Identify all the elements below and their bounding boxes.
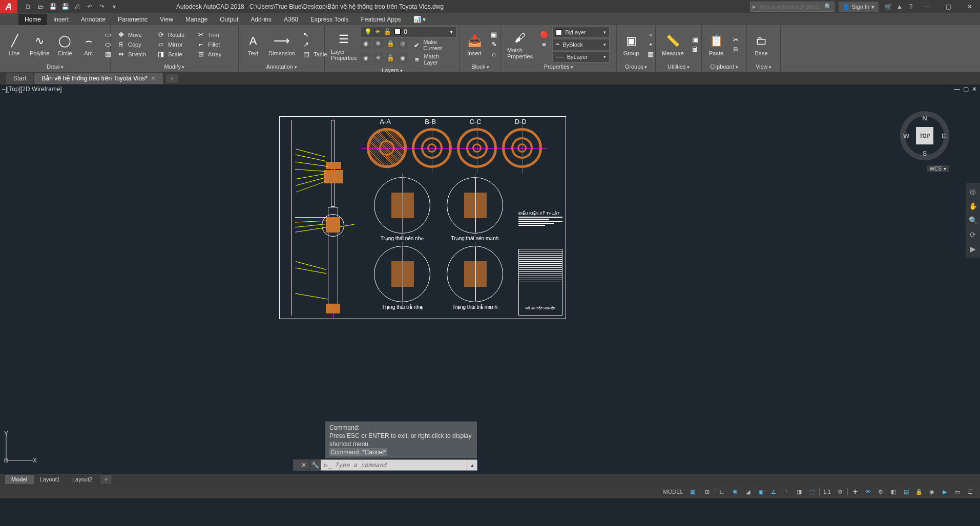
- cmdline-config-icon[interactable]: 🔧: [309, 459, 321, 471]
- qat-undo-icon[interactable]: ↶: [84, 1, 95, 12]
- vp-close-icon[interactable]: ✕: [972, 86, 977, 93]
- status-osnap-icon[interactable]: ▣: [755, 486, 766, 497]
- array-button[interactable]: ⊞Array: [194, 50, 233, 59]
- color-combo[interactable]: ByLayer: [552, 27, 610, 38]
- add-file-tab-button[interactable]: +: [166, 74, 178, 83]
- rotate-button[interactable]: ⟳Rotate: [154, 30, 193, 39]
- status-snap-icon[interactable]: ⊞: [702, 486, 713, 497]
- window-maximize-button[interactable]: ▢: [938, 0, 958, 13]
- arc-button[interactable]: ⌢Arc: [77, 32, 100, 57]
- window-close-button[interactable]: ✕: [960, 0, 980, 13]
- status-lockui-icon[interactable]: 🔒: [913, 486, 925, 497]
- viewcube-n[interactable]: N: [922, 114, 927, 122]
- vp-maximize-icon[interactable]: ▢: [963, 86, 969, 93]
- fillet-button[interactable]: ⌐Fillet: [194, 40, 233, 49]
- stay-connected-icon[interactable]: ▲: [894, 1, 905, 12]
- ribbon-tab-parametric[interactable]: Parametric: [112, 14, 154, 25]
- ribbon-tab-annotate[interactable]: Annotate: [75, 14, 112, 25]
- trim-button[interactable]: ✂Trim: [194, 30, 233, 39]
- status-otrack-icon[interactable]: ∠: [768, 486, 779, 497]
- ribbon-tab-view[interactable]: View: [154, 14, 179, 25]
- status-ortho-icon[interactable]: ∟: [717, 486, 728, 497]
- nav-showmotion-icon[interactable]: ▶: [967, 243, 978, 255]
- circle-button[interactable]: ◯Circle: [54, 32, 76, 57]
- quickcalc-button[interactable]: 🖩: [688, 45, 702, 54]
- close-tab-icon[interactable]: ✕: [151, 75, 156, 82]
- layerproperties-button[interactable]: ☰Layer Properties: [328, 30, 360, 62]
- layer-freeze-button[interactable]: ❄: [373, 38, 383, 49]
- match-layer-button[interactable]: ≡Match Layer: [410, 53, 456, 66]
- nav-wheel-icon[interactable]: ◎: [967, 186, 978, 197]
- text-button[interactable]: AText: [242, 32, 264, 57]
- layer-isolate-button[interactable]: ◎: [398, 38, 408, 49]
- search-input[interactable]: [756, 4, 822, 10]
- panel-title-annotation[interactable]: Annotation: [242, 62, 321, 71]
- ribbon-tab-a360[interactable]: A360: [278, 14, 304, 25]
- create-block-button[interactable]: ▣: [487, 30, 501, 39]
- panel-title-layers[interactable]: Layers: [328, 66, 456, 74]
- nav-orbit-icon[interactable]: ⟳: [967, 229, 978, 240]
- nav-pan-icon[interactable]: ✋: [967, 200, 978, 212]
- measure-button[interactable]: 📏Measure: [659, 32, 687, 57]
- cmdline-input[interactable]: [335, 461, 464, 469]
- viewport-label[interactable]: –][Top][2D Wireframe]: [2, 86, 62, 93]
- status-annotation-icon[interactable]: ✚: [849, 486, 861, 497]
- ribbon-tab-home[interactable]: Home: [18, 14, 47, 25]
- layer-lock-button[interactable]: 🔒: [385, 38, 395, 49]
- edit-block-button[interactable]: ✎: [487, 40, 501, 49]
- ribbon-tab-output[interactable]: Output: [214, 14, 244, 25]
- cut-button[interactable]: ✂: [728, 35, 743, 44]
- base-view-button[interactable]: 🗀Base: [750, 32, 773, 57]
- status-lineweight-icon[interactable]: ≡: [781, 486, 792, 497]
- layer-thaw-button[interactable]: ☀: [373, 53, 383, 63]
- search-icon[interactable]: 🔍: [822, 3, 834, 10]
- viewcube-face[interactable]: TOP: [916, 127, 933, 144]
- window-minimize-button[interactable]: —: [916, 0, 937, 13]
- status-isolate-obj-icon[interactable]: ◉: [926, 486, 937, 497]
- status-customize-icon[interactable]: ☰: [965, 486, 976, 497]
- status-cleanscreen-icon[interactable]: ▭: [952, 486, 963, 497]
- layer-off-button[interactable]: ◉: [361, 38, 371, 49]
- nav-zoom-icon[interactable]: 🔍: [967, 215, 978, 226]
- panel-title-view[interactable]: View: [750, 62, 777, 71]
- status-selection-icon[interactable]: ⬚: [806, 486, 818, 497]
- make-current-button[interactable]: ✔Make Current: [410, 38, 456, 52]
- prop-lineweight-icon-button[interactable]: ≡: [537, 40, 551, 49]
- status-transparency-icon[interactable]: ◨: [794, 486, 805, 497]
- signin-button[interactable]: 👤 Sign In ▾: [839, 2, 879, 12]
- status-hwacc-icon[interactable]: ▶: [939, 486, 950, 497]
- prop-color-icon-button[interactable]: 🔴: [537, 30, 551, 39]
- ribbon-tab-insert[interactable]: Insert: [47, 14, 75, 25]
- status-units-icon[interactable]: ◧: [888, 486, 899, 497]
- lineweight-combo[interactable]: ━ByBlock: [552, 39, 610, 50]
- status-workspace-icon[interactable]: ⚙: [875, 486, 886, 497]
- insert-block-button[interactable]: 📥Insert: [463, 32, 486, 57]
- qat-redo-icon[interactable]: ↷: [96, 1, 108, 12]
- ribbon-tab-expresstools[interactable]: Express Tools: [304, 14, 355, 25]
- viewcube-s[interactable]: S: [923, 150, 927, 157]
- prop-linetype-icon-button[interactable]: ┄: [537, 50, 551, 59]
- help-icon[interactable]: ?: [905, 1, 916, 12]
- copy-button[interactable]: ⎘Copy: [114, 40, 153, 49]
- line-button[interactable]: ╱Line: [3, 32, 26, 57]
- layer-unisolate-button[interactable]: ◉: [398, 53, 408, 63]
- status-polar-icon[interactable]: ✱: [729, 486, 741, 497]
- drawing-canvas[interactable]: A-A B-B C-C D-D: [0, 96, 980, 474]
- edit-attr-button[interactable]: ⌂: [487, 50, 501, 59]
- ribbon-tab-featuredapps[interactable]: Featured Apps: [355, 14, 407, 25]
- panel-title-modify[interactable]: Modify: [114, 62, 235, 71]
- panel-title-properties[interactable]: Properties: [504, 62, 613, 71]
- qat-open-icon[interactable]: 🗁: [35, 1, 46, 12]
- copy-clip-button[interactable]: ⎘: [728, 45, 743, 54]
- layer-combo[interactable]: 💡 ☀ 🔓 0 ▾: [361, 26, 456, 37]
- polyline-button[interactable]: ∿Polyline: [27, 32, 53, 57]
- qat-new-icon[interactable]: 🗋: [23, 1, 34, 12]
- file-tab-active[interactable]: Bản vẽ hệ thống treo trên Toyota Vios*✕: [34, 73, 162, 84]
- viewcube-w[interactable]: W: [903, 132, 909, 140]
- file-tab-start[interactable]: Start: [6, 73, 33, 84]
- qat-saveas-icon[interactable]: 💾: [59, 1, 71, 12]
- scale-button[interactable]: ◨Scale: [154, 50, 193, 59]
- cmdline-close-icon[interactable]: ✕: [298, 459, 309, 471]
- linetype-combo[interactable]: ──ByLayer: [552, 51, 610, 62]
- cmdline-expand-icon[interactable]: ▴: [467, 459, 477, 471]
